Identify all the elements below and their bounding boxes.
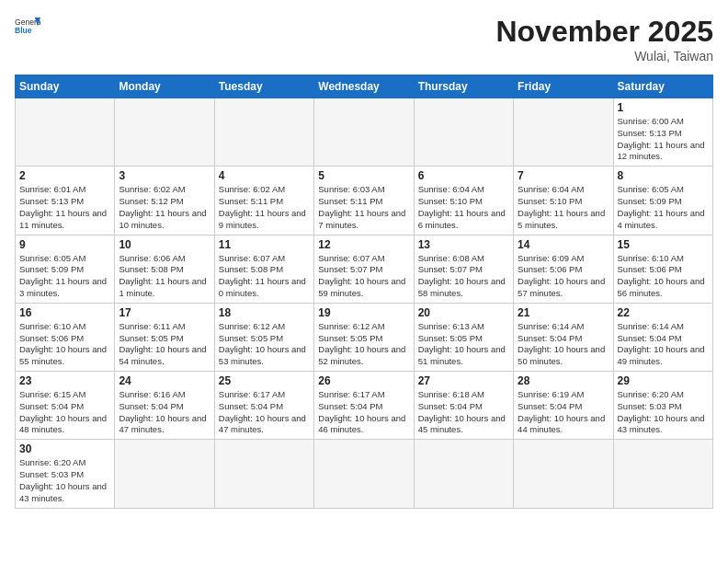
- day-info: Sunrise: 6:05 AMSunset: 5:09 PMDaylight:…: [618, 184, 709, 231]
- calendar-cell: 27Sunrise: 6:18 AMSunset: 5:04 PMDayligh…: [414, 372, 513, 440]
- day-number: 19: [318, 306, 409, 319]
- day-number: 3: [119, 169, 210, 182]
- calendar-cell: [414, 98, 513, 167]
- calendar-cell: [214, 98, 313, 167]
- day-number: 29: [618, 374, 709, 387]
- calendar-cell: 17Sunrise: 6:11 AMSunset: 5:05 PMDayligh…: [115, 303, 214, 371]
- day-number: 10: [119, 238, 210, 251]
- day-number: 9: [19, 238, 110, 251]
- day-number: 15: [618, 238, 709, 251]
- calendar-cell: 21Sunrise: 6:14 AMSunset: 5:04 PMDayligh…: [514, 303, 613, 371]
- day-info: Sunrise: 6:17 AMSunset: 5:04 PMDaylight:…: [219, 389, 310, 436]
- day-number: 20: [418, 306, 509, 319]
- calendar-cell: [115, 440, 214, 508]
- calendar-cell: 22Sunrise: 6:14 AMSunset: 5:04 PMDayligh…: [613, 303, 712, 371]
- calendar-cell: [314, 440, 414, 508]
- page-header: General Blue November 2025 Wulai, Taiwan: [15, 15, 713, 63]
- logo: General Blue: [15, 15, 40, 40]
- day-info: Sunrise: 6:02 AMSunset: 5:12 PMDaylight:…: [119, 184, 210, 231]
- calendar-week-3: 9Sunrise: 6:05 AMSunset: 5:09 PMDaylight…: [16, 235, 713, 303]
- calendar-cell: 4Sunrise: 6:02 AMSunset: 5:11 PMDaylight…: [214, 167, 313, 235]
- day-number: 1: [618, 101, 709, 114]
- weekday-header-row: SundayMondayTuesdayWednesdayThursdayFrid…: [16, 75, 713, 98]
- day-number: 23: [19, 374, 110, 387]
- calendar-cell: [514, 98, 613, 167]
- calendar-cell: 28Sunrise: 6:19 AMSunset: 5:04 PMDayligh…: [514, 372, 613, 440]
- month-year-title: November 2025: [495, 15, 713, 49]
- calendar-cell: 1Sunrise: 6:00 AMSunset: 5:13 PMDaylight…: [613, 98, 712, 167]
- calendar-week-1: 1Sunrise: 6:00 AMSunset: 5:13 PMDaylight…: [16, 98, 713, 167]
- calendar-cell: 7Sunrise: 6:04 AMSunset: 5:10 PMDaylight…: [514, 167, 613, 235]
- calendar-week-5: 23Sunrise: 6:15 AMSunset: 5:04 PMDayligh…: [16, 372, 713, 440]
- weekday-header-saturday: Saturday: [613, 75, 712, 98]
- day-info: Sunrise: 6:12 AMSunset: 5:05 PMDaylight:…: [219, 321, 310, 368]
- day-number: 24: [119, 374, 210, 387]
- day-info: Sunrise: 6:00 AMSunset: 5:13 PMDaylight:…: [618, 116, 709, 163]
- calendar-week-6: 30Sunrise: 6:20 AMSunset: 5:03 PMDayligh…: [16, 440, 713, 508]
- weekday-header-tuesday: Tuesday: [214, 75, 313, 98]
- day-info: Sunrise: 6:04 AMSunset: 5:10 PMDaylight:…: [418, 184, 509, 231]
- calendar-cell: 29Sunrise: 6:20 AMSunset: 5:03 PMDayligh…: [613, 372, 712, 440]
- calendar-cell: 9Sunrise: 6:05 AMSunset: 5:09 PMDaylight…: [16, 235, 115, 303]
- calendar-week-2: 2Sunrise: 6:01 AMSunset: 5:13 PMDaylight…: [16, 167, 713, 235]
- calendar-cell: 8Sunrise: 6:05 AMSunset: 5:09 PMDaylight…: [613, 167, 712, 235]
- day-number: 5: [318, 169, 409, 182]
- calendar-cell: 14Sunrise: 6:09 AMSunset: 5:06 PMDayligh…: [514, 235, 613, 303]
- day-number: 22: [618, 306, 709, 319]
- day-number: 12: [318, 238, 409, 251]
- day-number: 25: [219, 374, 310, 387]
- day-info: Sunrise: 6:08 AMSunset: 5:07 PMDaylight:…: [418, 253, 509, 300]
- day-info: Sunrise: 6:14 AMSunset: 5:04 PMDaylight:…: [518, 321, 609, 368]
- calendar-cell: 30Sunrise: 6:20 AMSunset: 5:03 PMDayligh…: [16, 440, 115, 508]
- day-info: Sunrise: 6:09 AMSunset: 5:06 PMDaylight:…: [518, 253, 609, 300]
- title-block: November 2025 Wulai, Taiwan: [495, 15, 713, 63]
- day-number: 21: [518, 306, 609, 319]
- logo-icon: General Blue: [15, 15, 40, 40]
- day-info: Sunrise: 6:14 AMSunset: 5:04 PMDaylight:…: [618, 321, 709, 368]
- calendar-cell: [115, 98, 214, 167]
- calendar-cell: 19Sunrise: 6:12 AMSunset: 5:05 PMDayligh…: [314, 303, 414, 371]
- day-number: 30: [19, 442, 110, 455]
- day-info: Sunrise: 6:05 AMSunset: 5:09 PMDaylight:…: [19, 253, 110, 300]
- day-info: Sunrise: 6:10 AMSunset: 5:06 PMDaylight:…: [618, 253, 709, 300]
- calendar-cell: 20Sunrise: 6:13 AMSunset: 5:05 PMDayligh…: [414, 303, 513, 371]
- day-number: 6: [418, 169, 509, 182]
- calendar-table: SundayMondayTuesdayWednesdayThursdayFrid…: [15, 75, 713, 509]
- day-info: Sunrise: 6:01 AMSunset: 5:13 PMDaylight:…: [19, 184, 110, 231]
- calendar-cell: 6Sunrise: 6:04 AMSunset: 5:10 PMDaylight…: [414, 167, 513, 235]
- location-subtitle: Wulai, Taiwan: [495, 49, 713, 63]
- calendar-cell: 23Sunrise: 6:15 AMSunset: 5:04 PMDayligh…: [16, 372, 115, 440]
- day-info: Sunrise: 6:12 AMSunset: 5:05 PMDaylight:…: [318, 321, 409, 368]
- day-info: Sunrise: 6:16 AMSunset: 5:04 PMDaylight:…: [119, 389, 210, 436]
- svg-text:Blue: Blue: [15, 26, 32, 35]
- weekday-header-wednesday: Wednesday: [314, 75, 414, 98]
- day-number: 16: [19, 306, 110, 319]
- calendar-cell: 24Sunrise: 6:16 AMSunset: 5:04 PMDayligh…: [115, 372, 214, 440]
- day-info: Sunrise: 6:07 AMSunset: 5:07 PMDaylight:…: [318, 253, 409, 300]
- day-info: Sunrise: 6:13 AMSunset: 5:05 PMDaylight:…: [418, 321, 509, 368]
- day-number: 27: [418, 374, 509, 387]
- day-info: Sunrise: 6:20 AMSunset: 5:03 PMDaylight:…: [618, 389, 709, 436]
- day-info: Sunrise: 6:20 AMSunset: 5:03 PMDaylight:…: [19, 457, 110, 504]
- calendar-cell: [514, 440, 613, 508]
- day-number: 14: [518, 238, 609, 251]
- day-info: Sunrise: 6:18 AMSunset: 5:04 PMDaylight:…: [418, 389, 509, 436]
- day-info: Sunrise: 6:03 AMSunset: 5:11 PMDaylight:…: [318, 184, 409, 231]
- weekday-header-monday: Monday: [115, 75, 214, 98]
- calendar-cell: 10Sunrise: 6:06 AMSunset: 5:08 PMDayligh…: [115, 235, 214, 303]
- calendar-cell: 12Sunrise: 6:07 AMSunset: 5:07 PMDayligh…: [314, 235, 414, 303]
- calendar-cell: 13Sunrise: 6:08 AMSunset: 5:07 PMDayligh…: [414, 235, 513, 303]
- day-info: Sunrise: 6:07 AMSunset: 5:08 PMDaylight:…: [219, 253, 310, 300]
- calendar-week-4: 16Sunrise: 6:10 AMSunset: 5:06 PMDayligh…: [16, 303, 713, 371]
- day-number: 28: [518, 374, 609, 387]
- weekday-header-thursday: Thursday: [414, 75, 513, 98]
- day-info: Sunrise: 6:04 AMSunset: 5:10 PMDaylight:…: [518, 184, 609, 231]
- day-number: 8: [618, 169, 709, 182]
- calendar-cell: [613, 440, 712, 508]
- day-number: 11: [219, 238, 310, 251]
- day-number: 17: [119, 306, 210, 319]
- calendar-cell: 11Sunrise: 6:07 AMSunset: 5:08 PMDayligh…: [214, 235, 313, 303]
- day-number: 18: [219, 306, 310, 319]
- calendar-cell: [16, 98, 115, 167]
- day-number: 26: [318, 374, 409, 387]
